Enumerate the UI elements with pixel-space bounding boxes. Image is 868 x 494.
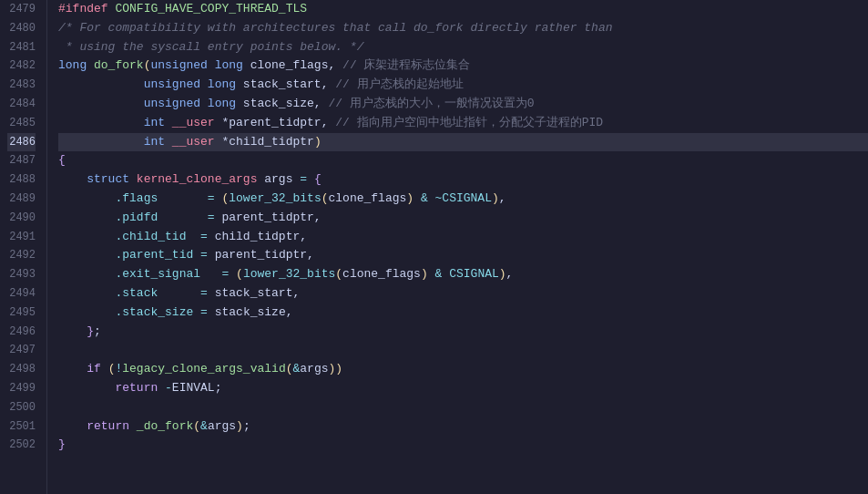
token-var bbox=[58, 230, 115, 243]
token-op: = bbox=[200, 305, 215, 319]
token-kw: int bbox=[144, 135, 172, 149]
token-op: = bbox=[208, 191, 222, 205]
code-line: long do_fork(unsigned long clone_flags, … bbox=[58, 57, 868, 76]
token-var: parent_tidptr, bbox=[215, 248, 314, 262]
token-op: = bbox=[200, 248, 215, 262]
token-var bbox=[58, 362, 87, 376]
line-number: 2502 bbox=[7, 436, 36, 455]
token-var bbox=[58, 286, 115, 300]
token-fn2: legacy_clone_args_valid bbox=[122, 362, 285, 376]
line-number: 2499 bbox=[7, 379, 36, 398]
code-line bbox=[58, 398, 868, 417]
line-number: 2484 bbox=[7, 95, 36, 114]
code-line bbox=[58, 341, 868, 360]
token-var: , bbox=[328, 58, 342, 72]
token-user-kw: __user bbox=[172, 135, 222, 149]
code-line: * using the syscall entry points below. … bbox=[58, 38, 868, 57]
token-var bbox=[58, 211, 115, 224]
token-var bbox=[158, 211, 208, 224]
token-paren: ( bbox=[286, 362, 293, 376]
token-user-kw: __user bbox=[172, 116, 222, 129]
line-number: 2498 bbox=[7, 360, 36, 379]
token-var: *child_tidptr bbox=[221, 135, 313, 149]
code-editor: 2479248024812482248324842485248624872488… bbox=[0, 0, 868, 494]
line-number: 2489 bbox=[7, 190, 36, 209]
token-comment-cn: // 用户态栈的起始地址 bbox=[335, 77, 463, 91]
token-bracket: { bbox=[314, 172, 322, 186]
line-number: 2501 bbox=[7, 417, 36, 437]
token-var bbox=[193, 305, 200, 319]
token-var bbox=[58, 419, 87, 433]
token-field: .stack bbox=[115, 286, 158, 300]
code-line: .stack = stack_start, bbox=[58, 284, 868, 304]
token-op: & ~ bbox=[421, 191, 442, 205]
token-fn: lower_32_bits bbox=[243, 267, 335, 281]
token-comment: /* For compatibility with architectures … bbox=[58, 21, 613, 35]
token-kw: long bbox=[58, 58, 94, 72]
token-type: kernel_clone_args bbox=[137, 172, 264, 186]
token-op: = bbox=[208, 211, 222, 224]
token-preproc-val: CONFIG_HAVE_COPY_THREAD_TLS bbox=[115, 2, 307, 15]
line-number: 2491 bbox=[7, 228, 36, 247]
token-var bbox=[58, 77, 144, 91]
line-number: 2497 bbox=[7, 341, 36, 360]
token-var: clone_flags bbox=[342, 267, 421, 281]
token-var: EINVAL; bbox=[172, 381, 222, 395]
line-number: 2496 bbox=[7, 323, 36, 342]
token-kw: struct bbox=[87, 172, 137, 186]
token-fn2: _do_fork bbox=[137, 419, 193, 433]
token-var bbox=[186, 230, 200, 243]
token-var: stack_size, bbox=[215, 305, 293, 319]
token-fn: lower_32_bits bbox=[229, 191, 321, 205]
token-var bbox=[158, 286, 200, 300]
token-var bbox=[58, 267, 115, 281]
line-number: 2479 bbox=[7, 0, 36, 19]
token-var: *parent_tidptr bbox=[221, 116, 321, 129]
token-paren: ) bbox=[314, 135, 322, 149]
code-line: unsigned long stack_start, // 用户态栈的起始地址 bbox=[58, 76, 868, 95]
token-var bbox=[58, 305, 115, 319]
token-kw: unsigned long bbox=[144, 77, 243, 91]
token-var: clone_flags bbox=[250, 58, 329, 72]
token-comment-cn: // 床架进程标志位集合 bbox=[342, 58, 470, 72]
code-line: }; bbox=[58, 323, 868, 342]
line-number: 2490 bbox=[7, 209, 36, 228]
code-line: return _do_fork(&args); bbox=[58, 417, 868, 437]
code-line: { bbox=[58, 151, 868, 170]
token-var: , bbox=[322, 116, 336, 129]
line-number: 2494 bbox=[7, 284, 36, 304]
token-field: .stack_size bbox=[115, 305, 193, 319]
token-var: stack_start bbox=[243, 77, 322, 91]
token-paren: )) bbox=[329, 362, 343, 376]
line-number: 2482 bbox=[7, 57, 36, 76]
token-var bbox=[58, 116, 144, 129]
token-var: stack_size bbox=[243, 97, 314, 110]
token-kw: unsigned long bbox=[144, 97, 243, 110]
token-op: & bbox=[435, 267, 450, 281]
token-var bbox=[58, 324, 87, 338]
token-field: .parent_tid bbox=[115, 248, 193, 262]
token-bracket: { bbox=[58, 153, 66, 167]
token-field: .exit_signal bbox=[115, 267, 200, 281]
token-op: - bbox=[165, 381, 172, 395]
token-var: args bbox=[208, 419, 236, 433]
line-number: 2481 bbox=[7, 38, 36, 57]
token-var bbox=[200, 267, 221, 281]
token-field: .flags bbox=[115, 191, 158, 205]
token-bracket: } bbox=[58, 437, 66, 451]
token-kw: int bbox=[144, 116, 172, 129]
token-op: & bbox=[200, 419, 208, 433]
token-comment-cn: // 用户态栈的大小，一般情况设置为0 bbox=[328, 97, 534, 110]
token-fn2: do_fork bbox=[94, 58, 144, 72]
token-var bbox=[58, 191, 115, 205]
token-paren: ( bbox=[322, 191, 329, 205]
line-number: 2493 bbox=[7, 265, 36, 284]
code-line: .exit_signal = (lower_32_bits(clone_flag… bbox=[58, 265, 868, 284]
token-var: , bbox=[506, 267, 514, 281]
token-var bbox=[58, 135, 144, 149]
token-kw2: return bbox=[115, 381, 165, 395]
line-number: 2488 bbox=[7, 170, 36, 190]
code-line: .child_tid = child_tidptr, bbox=[58, 228, 868, 247]
code-line: struct kernel_clone_args args = { bbox=[58, 170, 868, 190]
token-csig: CSIGNAL bbox=[449, 267, 499, 281]
